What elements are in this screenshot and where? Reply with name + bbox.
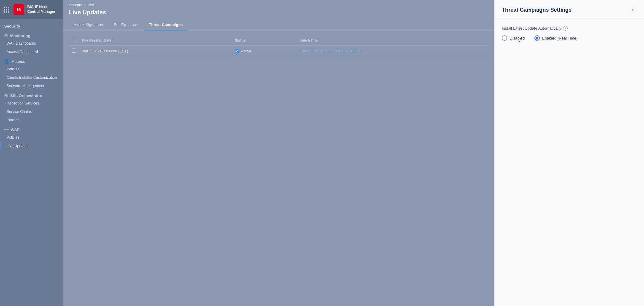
main-area: Security > WAF Live Updates Attack Signa… bbox=[63, 0, 644, 306]
ssl-group: ◎ SSL Orchestrator bbox=[0, 90, 63, 99]
sidebar-item-service-chains[interactable]: Service Chains bbox=[0, 107, 63, 116]
radio-btn-enabled[interactable] bbox=[534, 35, 540, 41]
page-title: Live Updates bbox=[69, 9, 106, 16]
breadcrumb-current: WAF bbox=[87, 3, 95, 7]
tab-attack-signatures[interactable]: Attack Signatures bbox=[69, 20, 109, 31]
monitoring-icon: ⊞ bbox=[4, 33, 8, 38]
right-panel-title: Threat Campaigns Settings bbox=[502, 7, 572, 13]
sidebar-item-policies-ssl[interactable]: Policies bbox=[0, 116, 63, 124]
cell-file-name: ThreatCampaigns_20240102_0809 bbox=[298, 46, 488, 57]
row-checkbox[interactable] bbox=[72, 49, 76, 53]
info-icon[interactable]: i bbox=[563, 26, 568, 31]
th-file-name: File Name bbox=[298, 35, 488, 46]
right-panel-body: Install Latest Update Automatically i Di… bbox=[495, 19, 644, 51]
breadcrumb-parent[interactable]: Security bbox=[69, 3, 82, 7]
red-arrow-icon: ← bbox=[630, 6, 637, 14]
sidebar-item-inspection-services[interactable]: Inspection Services bbox=[0, 99, 63, 107]
ssl-icon: ◎ bbox=[4, 93, 8, 98]
sidebar-item-policies-waf[interactable]: Policies bbox=[0, 133, 63, 142]
sidebar-item-clients-installer[interactable]: Clients Installer Customization bbox=[0, 73, 63, 82]
table-row: Jan 2, 2024 03:09:00 (EST) Active Threat… bbox=[69, 46, 488, 57]
radio-label-enabled: Enabled (Real Time) bbox=[542, 36, 578, 40]
security-section-label: Security bbox=[0, 19, 63, 30]
sidebar-item-software-management[interactable]: Software Management bbox=[0, 82, 63, 90]
th-checkbox bbox=[69, 35, 79, 46]
sort-icon-date[interactable]: ↕ bbox=[113, 39, 115, 42]
file-name-link[interactable]: ThreatCampaigns_20240102_0809 bbox=[301, 49, 360, 53]
breadcrumb-separator: > bbox=[84, 3, 86, 7]
center-content: Security > WAF Live Updates Attack Signa… bbox=[63, 0, 494, 306]
radio-btn-disabled[interactable] bbox=[502, 35, 507, 41]
breadcrumb: Security > WAF bbox=[63, 0, 494, 8]
access-icon: 👤 bbox=[4, 59, 9, 64]
setting-label: Install Latest Update Automatically i bbox=[502, 26, 637, 31]
threat-campaigns-table: File Created Date ↕ Status File Name bbox=[69, 35, 488, 57]
status-dot-icon bbox=[235, 49, 240, 54]
tab-threat-campaigns[interactable]: Threat Campaigns bbox=[144, 20, 187, 31]
row-checkbox-cell bbox=[69, 46, 79, 57]
sidebar-item-live-updates[interactable]: Live Updates bbox=[0, 142, 63, 150]
sidebar-header: f5 BIG-IP Next Central Manager bbox=[0, 0, 63, 19]
right-panel: Threat Campaigns Settings ← Install Late… bbox=[494, 0, 644, 306]
f5-logo: f5 bbox=[13, 4, 24, 15]
grid-icon[interactable] bbox=[4, 7, 9, 13]
right-panel-header: Threat Campaigns Settings ← bbox=[495, 0, 644, 19]
waf-group: 〰 WAF bbox=[0, 124, 63, 133]
select-all-checkbox[interactable] bbox=[72, 38, 76, 42]
sidebar: f5 BIG-IP Next Central Manager Security … bbox=[0, 0, 63, 306]
cell-status: Active bbox=[232, 46, 298, 57]
waf-icon: 〰 bbox=[4, 127, 8, 132]
th-status: Status bbox=[232, 35, 298, 46]
status-badge: Active bbox=[235, 49, 251, 54]
app-name: BIG-IP Next Central Manager bbox=[27, 5, 55, 14]
sidebar-item-policies-access[interactable]: Policies bbox=[0, 65, 63, 73]
sidebar-item-access-dashboard[interactable]: Access Dashboard bbox=[0, 48, 63, 56]
tabs-bar: Attack Signatures Bot Signatures Threat … bbox=[63, 20, 494, 31]
arrow-indicator: ← bbox=[630, 6, 637, 14]
sidebar-item-waf-dashboards[interactable]: WAF Dashboards bbox=[0, 39, 63, 48]
table-area: File Created Date ↕ Status File Name bbox=[63, 31, 494, 306]
access-group: 👤 Access bbox=[0, 56, 63, 65]
monitoring-group: ⊞ Monitoring bbox=[0, 30, 63, 39]
cell-file-created-date: Jan 2, 2024 03:09:00 (EST) bbox=[79, 46, 232, 57]
content-panel-wrapper: Security > WAF Live Updates Attack Signa… bbox=[63, 0, 644, 306]
radio-enabled[interactable]: Enabled (Real Time) bbox=[534, 35, 578, 41]
th-file-created-date: File Created Date ↕ bbox=[79, 35, 232, 46]
page-title-bar: Live Updates bbox=[63, 8, 494, 20]
tab-bot-signatures[interactable]: Bot Signatures bbox=[109, 20, 144, 31]
